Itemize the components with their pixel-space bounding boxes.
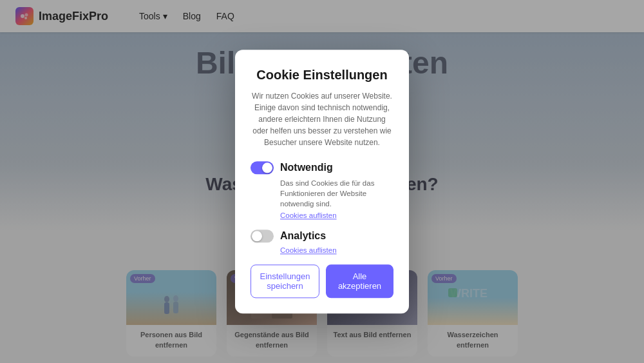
necessary-toggle-thumb <box>262 162 272 173</box>
modal-title: Cookie Einstellungen <box>251 68 393 83</box>
modal-buttons: Einstellungen speichern Alle akzeptieren <box>251 264 393 298</box>
analytics-label: Analytics <box>280 230 326 242</box>
accept-all-button[interactable]: Alle akzeptieren <box>326 264 393 298</box>
analytics-toggle[interactable] <box>251 230 274 242</box>
save-settings-button[interactable]: Einstellungen speichern <box>251 264 319 298</box>
analytics-toggle-row: Analytics <box>251 230 393 242</box>
necessary-cookies-link[interactable]: Cookies auflisten <box>251 211 393 219</box>
necessary-label: Notwendig <box>280 162 333 173</box>
modal-description: Wir nutzen Cookies auf unserer Website. … <box>251 90 393 148</box>
necessary-toggle-row: Notwendig <box>251 161 393 174</box>
necessary-toggle[interactable] <box>251 161 274 174</box>
analytics-cookies-link[interactable]: Cookies auflisten <box>251 246 393 254</box>
necessary-description: Das sind Cookies die für das Funktionier… <box>251 178 393 209</box>
cookie-modal: Cookie Einstellungen Wir nutzen Cookies … <box>235 50 409 313</box>
